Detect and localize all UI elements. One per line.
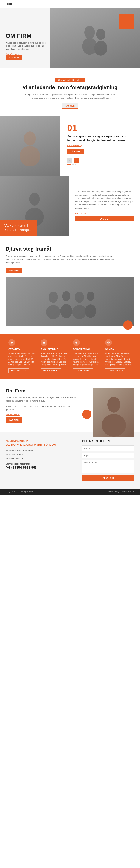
leading-description: Sample text. Click to Select Ligneus ape…: [23, 93, 117, 100]
prev-arrow[interactable]: ‹: [67, 158, 72, 163]
name-input[interactable]: [82, 445, 134, 451]
next-arrow[interactable]: ›: [74, 158, 79, 163]
om2-image: [93, 388, 134, 436]
svg-point-3: [94, 41, 107, 56]
leading-title: Vi är ledande inom företagsrådgivning: [11, 85, 129, 90]
forvaltning-icon: ◈: [73, 339, 80, 346]
welcome-link[interactable]: Bläd från Företag: [75, 213, 134, 215]
svg-point-17: [102, 414, 126, 436]
svg-point-0: [84, 26, 95, 39]
welcome-orange-card: Välkommen till konsultföretaget: [0, 220, 37, 236]
hero-orange-accent: [119, 13, 134, 29]
om2-link[interactable]: Bläd från Företag: [6, 413, 80, 415]
banner-col-1: ◆ STRATEGI At vero eos et accusam et jus…: [6, 339, 38, 373]
svg-point-8: [48, 291, 58, 303]
banner-col-4: ◍ SAMRÅ At vero eos et accusam et justo …: [102, 339, 134, 373]
hero-link[interactable]: Bläd från Företag: [6, 53, 47, 55]
om2-desc1: Lorem ipsum dolor sit amet, consectetur …: [6, 396, 80, 403]
email-group: [82, 453, 134, 458]
banner-col-3-text: At vero eos et accusam et justo duo dolo…: [73, 352, 100, 366]
step-link[interactable]: Bläd från Företag: [67, 145, 133, 147]
samra-icon: ◍: [105, 339, 112, 346]
svg-point-11: [60, 304, 72, 318]
banner-col-2: ◉ ANSKAFFNING At vero eos et accusam et …: [38, 339, 70, 373]
message-group: [82, 460, 134, 473]
om2-text: Om Firm Lorem ipsum dolor sit amet, cons…: [6, 388, 86, 423]
svg-point-2: [96, 29, 105, 40]
step-cta-button[interactable]: LÄS MER: [67, 149, 84, 154]
address-line3: www.example.com: [6, 456, 76, 460]
offer-title: KLICKA PÅ KNAPP Vad kan vi erbjuda för d…: [6, 439, 76, 446]
hero-description: At vero eos et accusam et justo duo dolo…: [6, 41, 47, 51]
logo[interactable]: logo: [6, 2, 12, 6]
banner-col-1-title: STRATEGI: [8, 348, 35, 350]
welcome-image: Välkommen till konsultföretaget: [0, 176, 69, 236]
hero-cta-button[interactable]: LÄS MER: [6, 55, 22, 60]
om2-title: Om Firm: [6, 388, 80, 394]
bold-cta-button[interactable]: LÄS MER: [6, 268, 22, 273]
privacy-text: Privacy Policy | Terms of Service: [107, 491, 134, 493]
bold-description: Amet varius venenatis lectus magna fring…: [6, 254, 117, 265]
address-line1: 66 Street, Network City, 98765: [6, 449, 76, 453]
footer-address: 66 Street, Network City, 98765 info@exam…: [6, 449, 76, 460]
step-number: 01: [67, 124, 133, 132]
orange-banner: ◆ STRATEGI At vero eos et accusam et jus…: [0, 334, 140, 379]
leading-tag[interactable]: KONTAKTA FÖRETAGET: [55, 78, 84, 82]
svg-point-13: [72, 305, 86, 319]
orange-circle-accent: [123, 320, 133, 330]
banner-col-3-button[interactable]: DJUP STRATEGI: [73, 368, 93, 373]
svg-point-5: [20, 146, 40, 166]
anskaffning-icon: ◉: [41, 339, 47, 346]
phone-label: Samhällsupperförummer (+9) 69894 5698 56…: [6, 463, 76, 470]
leading-section: KONTAKTA FÖRETAGET Vi är ledande inom fö…: [0, 68, 140, 116]
welcome-title: Välkommen till konsultföretaget: [4, 224, 33, 232]
bold-section: Djärva steg framåt Amet varius venenatis…: [0, 236, 140, 334]
om2-orange-circle: [82, 410, 92, 419]
svg-point-9: [46, 305, 60, 319]
step-title: Aucto augue mauris augue neque gravida i…: [67, 134, 133, 142]
banner-col-4-text: At vero eos et accusam et justo duo dolo…: [105, 352, 132, 366]
svg-point-4: [24, 131, 36, 146]
welcome-cta-button[interactable]: LÄS MER: [75, 216, 134, 221]
banner-col-4-button[interactable]: DJUP STRATEGI: [105, 368, 126, 373]
name-group: [82, 445, 134, 451]
leading-cta-button[interactable]: LÄS MER: [62, 103, 78, 108]
phone-number: (+9) 69894 5698 56): [6, 466, 76, 470]
svg-point-10: [62, 291, 70, 301]
om2-section: Om Firm Lorem ipsum dolor sit amet, cons…: [0, 379, 140, 432]
banner-col-2-title: ANSKAFFNING: [41, 348, 67, 350]
svg-point-6: [29, 193, 40, 206]
email-input[interactable]: [82, 453, 134, 458]
submit-button[interactable]: SKICKA IN: [82, 475, 134, 482]
phone-text: Samhällsupperförummer: [6, 463, 76, 465]
banner-col-1-text: At vero eos et accusam et justo duo dolo…: [8, 352, 35, 366]
step-dot-2: [72, 164, 74, 165]
welcome-text: Lorem ipsum dolor sit amet, consectetur …: [69, 176, 140, 236]
hero-section: OM FIRM At vero eos et accusam et justo …: [0, 8, 140, 68]
navbar: logo: [0, 0, 140, 8]
svg-point-12: [75, 291, 84, 303]
svg-point-15: [85, 304, 96, 318]
footer-bar: Copyright © 2022. All rights reserved. P…: [0, 489, 140, 495]
banner-col-2-button[interactable]: DJUP STRATEGI: [41, 368, 61, 373]
step-arrows: ‹ ›: [67, 158, 133, 163]
hamburger-menu[interactable]: [130, 3, 134, 5]
bold-image-wrap: [6, 278, 134, 326]
address-line2: info@example.com: [6, 453, 76, 456]
om2-image-area: [86, 388, 134, 423]
step-dot-1: [67, 164, 71, 165]
banner-col-2-text: At vero eos et accusam et justo duo dolo…: [41, 352, 67, 366]
steps-image: [0, 116, 60, 176]
offer-tag: KLICKA PÅ KNAPP: [6, 439, 76, 442]
contact-form-title: BEGÄR EN OFFERT: [82, 439, 134, 443]
svg-point-14: [87, 291, 94, 301]
banner-col-4-title: SAMRÅ: [105, 348, 132, 350]
hero-content: OM FIRM At vero eos et accusam et justo …: [6, 33, 47, 60]
om2-cta-button[interactable]: LÄS MER: [6, 417, 22, 423]
step-dot-3: [75, 164, 76, 165]
banner-col-1-button[interactable]: DJUP STRATEGI: [8, 368, 29, 373]
message-input[interactable]: [82, 460, 134, 473]
bold-title: Djärva steg framåt: [6, 246, 134, 252]
welcome-section: Välkommen till konsultföretaget Lorem ip…: [0, 176, 140, 236]
om2-desc2: At vero eos et accusam et justo duo dolo…: [6, 405, 80, 411]
